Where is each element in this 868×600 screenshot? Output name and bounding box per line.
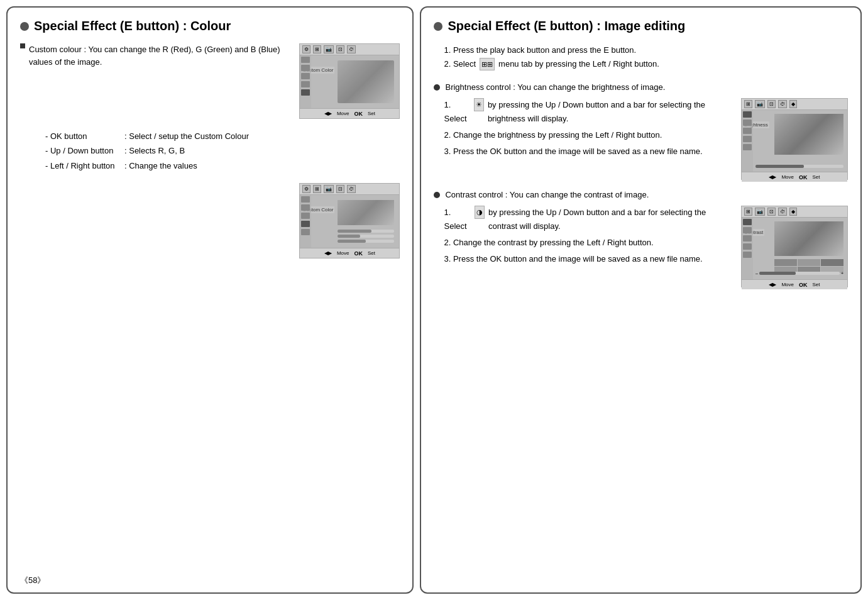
left-intro-section: Custom colour : You can change the R (Re… — [20, 43, 400, 119]
cam2-side-4 — [301, 221, 310, 227]
cam-sidebar-1 — [300, 55, 311, 108]
cam2-icon-clock: ⏱ — [347, 185, 356, 193]
b-step-1-suffix: by pressing the Up / Down button and a b… — [488, 98, 733, 126]
cam-bright-top: ⊞ 📷 ⊡ ⏱ ◆ — [742, 99, 847, 110]
cam-person-1 — [338, 60, 394, 103]
leftright-btn-desc: : Change the values — [124, 158, 197, 173]
contrast-bar-fill — [759, 272, 796, 275]
bright-person — [774, 114, 843, 155]
cam-contrast-icon4: ⏱ — [778, 208, 787, 216]
contrast-steps: 1. Select ◑ by pressing the Up / Down bu… — [434, 206, 733, 266]
contrast-set: Set — [813, 282, 820, 287]
camera-screen-2: ⚙ ⊞ 📷 ⊡ ⏱ Custom Color — [299, 183, 400, 258]
updown-button-row: - Up / Down button : Selects R, G, B — [45, 143, 400, 158]
cam-side-item-5 — [301, 89, 310, 96]
title-bullet — [20, 22, 29, 31]
cam-ok-label-1: OK — [354, 111, 363, 117]
contrast-bar-row: – + — [755, 271, 843, 275]
cam-contrast-top: ⊞ 📷 ⊡ ⏱ ◆ — [742, 206, 847, 218]
contrast-camera: ⊞ 📷 ⊡ ⏱ ◆ Contrast — [741, 206, 848, 287]
contrast-content: 1. Select ◑ by pressing the Up / Down bu… — [434, 206, 848, 287]
ok-btn-desc: : Select / setup the Custom Colour — [124, 129, 249, 143]
bright-move-icon: ◀▶ — [769, 174, 776, 180]
ok-button-row: - OK button : Select / setup the Custom … — [45, 129, 400, 143]
cam2-icon-settings: ⚙ — [302, 185, 310, 193]
cam-contrast-bottom: ◀▶ Move OK Set — [742, 279, 847, 289]
c-step-1-suffix: by pressing the Up / Down button and a b… — [488, 206, 733, 233]
right-title-text: Special Effect (E button) : Image editin… — [448, 19, 685, 33]
right-step-2-suffix: menu tab by pressing the Left / Right bu… — [498, 57, 659, 71]
bright-move: Move — [781, 174, 794, 180]
cam2-set-label: Set — [368, 250, 375, 256]
cam-bottom-bar-1: ◀▶ Move OK Set — [300, 108, 399, 118]
cg-3 — [821, 259, 843, 266]
leftright-button-row: - Left / Right button : Change the value… — [45, 158, 400, 173]
right-intro-steps: 1. Press the play back button and press … — [444, 43, 848, 71]
b-step-2: 2. Change the brightness by pressing the… — [444, 128, 733, 142]
cc-side-4 — [743, 243, 752, 250]
right-title-bullet — [434, 22, 442, 31]
cam-contrast-icon1: ⊞ — [744, 208, 752, 216]
bright-bar — [755, 165, 843, 168]
minus-label: – — [755, 271, 758, 275]
cam-icon-camera: 📷 — [324, 45, 334, 53]
ok-btn-key: - OK button — [45, 129, 121, 143]
cam-icon-frame: ⊡ — [336, 45, 344, 53]
b-step-1-row: 1. Select ☀ by pressing the Up / Down bu… — [444, 98, 733, 126]
cam-icon-clock: ⏱ — [347, 45, 356, 53]
cam2-icon-grid: ⊞ — [313, 185, 321, 193]
page-number: 《58》 — [20, 575, 45, 586]
cam-contrast-icon2: 📷 — [755, 208, 765, 216]
square-bullet-icon — [20, 43, 25, 48]
sun-icon: ☀ — [474, 98, 484, 111]
right-panel: Special Effect (E button) : Image editin… — [420, 6, 862, 594]
cam-bright-icon2: 📷 — [755, 100, 765, 108]
cb-side-1 — [743, 111, 752, 118]
contrast-title: Contrast control : You can change the co… — [445, 190, 649, 199]
cam-ui-brightness: ⊞ 📷 ⊡ ⏱ ◆ Brightness — [741, 98, 848, 180]
cam-move-icon-1: ◀▶ — [324, 111, 332, 116]
cam-bright-icon3: ⊡ — [767, 100, 776, 108]
page: Special Effect (E button) : Colour Custo… — [0, 0, 868, 600]
slider-b — [338, 240, 394, 243]
contrast-step-list: 1. Select ◑ by pressing the Up / Down bu… — [444, 206, 733, 266]
cb-side-4 — [743, 136, 752, 142]
left-panel: Special Effect (E button) : Colour Custo… — [6, 6, 414, 594]
contrast-bullet-icon — [434, 192, 440, 198]
cb-side-3 — [743, 128, 752, 134]
plus-label: + — [841, 271, 843, 275]
intro-bullet: Custom colour : You can change the R (Re… — [20, 43, 293, 68]
right-intro: 1. Press the play back button and press … — [434, 43, 848, 71]
cam2-side-1 — [301, 196, 310, 203]
cam-bright-body: Brightness — [742, 110, 847, 172]
contrast-person-img — [774, 221, 843, 256]
cam-set-label-1: Set — [368, 111, 375, 116]
slider-b-fill — [338, 240, 366, 243]
cam-contrast-body: Contrast — [742, 218, 847, 279]
slider-r — [338, 230, 394, 233]
cam-contrast-sidebar — [742, 218, 753, 279]
cam2-container: ⚙ ⊞ 📷 ⊡ ⏱ Custom Color — [20, 183, 400, 258]
cam-ui-2: ⚙ ⊞ 📷 ⊡ ⏱ Custom Color — [299, 183, 400, 258]
left-title-text: Special Effect (E button) : Colour — [34, 19, 231, 33]
contrast-section: Contrast control : You can change the co… — [434, 190, 848, 287]
cam-side-item-3 — [301, 73, 310, 79]
bright-ok: OK — [799, 174, 808, 181]
cam-sidebar-2 — [300, 195, 311, 248]
menu-tab-icon: ⊞⊞ — [480, 58, 495, 71]
cam2-ok-label: OK — [354, 250, 363, 257]
right-step-2-text: 2. Select — [444, 57, 476, 71]
cam-bottom-bar-2: ◀▶ Move OK Set — [300, 248, 399, 258]
brightness-steps: 1. Select ☀ by pressing the Up / Down bu… — [434, 98, 733, 158]
cam2-icon-frame: ⊡ — [336, 185, 344, 193]
cam2-move-icon: ◀▶ — [324, 250, 332, 256]
c-step-1-text: 1. Select — [444, 206, 470, 233]
cam-bright-icon5: ◆ — [789, 100, 797, 108]
circle-half-icon: ◑ — [475, 206, 485, 219]
contrast-bullet: Contrast control : You can change the co… — [434, 190, 848, 199]
right-step-1: 1. Press the play back button and press … — [444, 43, 848, 57]
brightness-content: 1. Select ☀ by pressing the Up / Down bu… — [434, 98, 848, 180]
cam-icon-grid: ⊞ — [313, 45, 321, 53]
cc-side-5 — [743, 252, 752, 258]
cam-body-1: Custom Color — [300, 55, 399, 108]
